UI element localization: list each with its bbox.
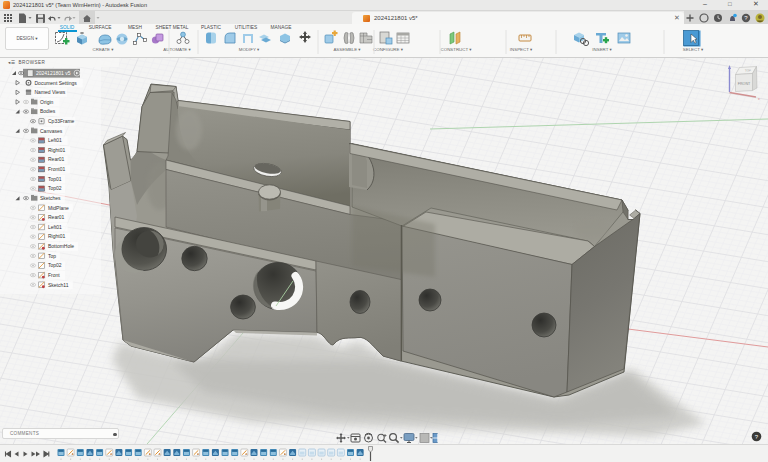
svg-text:Left01: Left01	[48, 224, 62, 230]
svg-text:Top01: Top01	[48, 176, 62, 182]
svg-text:Canvases: Canvases	[40, 128, 63, 134]
svg-text:Top02: Top02	[48, 185, 62, 191]
svg-text:FRONT: FRONT	[738, 82, 751, 86]
svg-text:Top: Top	[48, 253, 56, 259]
svg-text:Sketch11: Sketch11	[48, 282, 69, 288]
svg-text:MidPlane: MidPlane	[48, 205, 69, 211]
svg-text:2024121801 v5: 2024121801 v5	[36, 70, 71, 76]
svg-text:TOP: TOP	[745, 68, 751, 72]
svg-text:Top02: Top02	[48, 262, 62, 268]
svg-text:Rear01: Rear01	[48, 156, 65, 162]
svg-text:x: x	[758, 97, 760, 101]
svg-text:Origin: Origin	[40, 99, 54, 105]
svg-text:BottomHole: BottomHole	[48, 243, 74, 249]
svg-text:Named Views: Named Views	[35, 89, 66, 95]
svg-text:Front01: Front01	[48, 166, 65, 172]
svg-text:Sketches: Sketches	[40, 195, 61, 201]
svg-text:Front: Front	[48, 272, 60, 278]
svg-text:Rear01: Rear01	[48, 214, 65, 220]
svg-text:Left01: Left01	[48, 137, 62, 143]
svg-text:Right01: Right01	[48, 147, 65, 153]
svg-text:Bodies: Bodies	[40, 108, 56, 114]
svg-text:Right01: Right01	[48, 233, 65, 239]
svg-text:Cp33Frame: Cp33Frame	[48, 118, 75, 124]
svg-text:Document Settings: Document Settings	[35, 80, 78, 86]
